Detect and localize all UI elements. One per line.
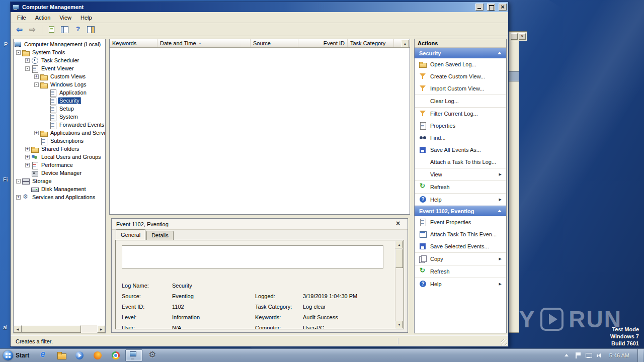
tree-item-storage[interactable]: -Storage bbox=[14, 177, 105, 185]
scroll-left-button[interactable]: ◀ bbox=[14, 325, 22, 333]
tree-item-disk-management[interactable]: +Disk Management bbox=[14, 185, 105, 193]
menu-file[interactable]: File bbox=[13, 13, 31, 22]
forward-button[interactable]: ⇨ bbox=[27, 24, 38, 35]
tree-item-security[interactable]: +Security bbox=[14, 97, 105, 105]
action-help[interactable]: Help▶ bbox=[415, 278, 506, 290]
scrollbar-track[interactable] bbox=[81, 325, 97, 333]
show-console-tree-button[interactable] bbox=[59, 24, 70, 35]
tree-item-system-tools[interactable]: -System Tools bbox=[14, 48, 105, 56]
tree-item-applications-and-servi[interactable]: +Applications and Servi bbox=[14, 129, 105, 137]
collapse-chevron-icon[interactable] bbox=[498, 210, 502, 212]
tree-item-local-users-and-groups[interactable]: +Local Users and Groups bbox=[14, 153, 105, 161]
collapse-minus-icon[interactable]: - bbox=[16, 50, 21, 55]
tree-horizontal-scrollbar[interactable]: ◀ ▶ bbox=[14, 325, 105, 333]
title-bar[interactable]: Computer Management bbox=[11, 2, 508, 12]
collapse-chevron-icon[interactable] bbox=[498, 52, 502, 54]
network-icon[interactable] bbox=[585, 352, 592, 359]
taskbar-gear-app[interactable] bbox=[143, 349, 160, 361]
action-properties[interactable]: Properties bbox=[415, 120, 506, 132]
background-window-close-button[interactable]: × bbox=[519, 33, 526, 40]
menu-view[interactable]: View bbox=[55, 13, 76, 22]
column-header-event-id[interactable]: Event ID bbox=[298, 39, 348, 47]
tree-item-computer-management-local[interactable]: Computer Management (Local) bbox=[14, 40, 105, 48]
action-view[interactable]: View▶ bbox=[415, 168, 506, 180]
action-attach-task-to-this-even[interactable]: Attach Task To This Even... bbox=[415, 228, 506, 240]
close-button[interactable] bbox=[499, 4, 507, 11]
tree-item-custom-views[interactable]: +Custom Views bbox=[14, 72, 105, 80]
action-save-selected-events[interactable]: Save Selected Events... bbox=[415, 240, 506, 252]
action-center-icon[interactable] bbox=[574, 352, 581, 359]
column-header-keywords[interactable]: Keywords bbox=[110, 39, 157, 47]
scrollbar-thumb[interactable] bbox=[395, 249, 403, 268]
taskbar-firefox[interactable] bbox=[89, 349, 106, 361]
action-create-custom-view[interactable]: Create Custom View... bbox=[415, 70, 506, 82]
action-group-event-1102-eventlog[interactable]: Event 1102, Eventlog bbox=[415, 206, 506, 216]
start-button[interactable]: Start bbox=[0, 349, 34, 362]
volume-icon[interactable] bbox=[596, 352, 603, 359]
taskbar-internet-explorer[interactable] bbox=[35, 349, 52, 361]
tree-item-event-viewer[interactable]: -Event Viewer bbox=[14, 64, 105, 72]
tree-item-performance[interactable]: +Performance bbox=[14, 161, 105, 169]
action-save-all-events-as[interactable]: Save All Events As... bbox=[415, 144, 506, 156]
taskbar-media-player[interactable] bbox=[71, 349, 88, 361]
tree-item-task-scheduler[interactable]: +Task Scheduler bbox=[14, 56, 105, 64]
column-header-source[interactable]: Source bbox=[251, 39, 298, 47]
expand-plus-icon[interactable]: + bbox=[25, 155, 30, 159]
expand-plus-icon[interactable]: + bbox=[16, 195, 21, 200]
help-toolbar-button[interactable] bbox=[72, 24, 84, 35]
tree-item-subscriptions[interactable]: +Subscriptions bbox=[14, 137, 105, 145]
hidden-icons-icon[interactable] bbox=[563, 352, 570, 359]
tree-item-setup[interactable]: +Setup bbox=[14, 105, 105, 113]
action-refresh[interactable]: Refresh bbox=[415, 265, 506, 278]
expand-plus-icon[interactable]: + bbox=[34, 74, 39, 79]
action-help[interactable]: Help▶ bbox=[415, 194, 506, 206]
action-open-saved-log[interactable]: Open Saved Log... bbox=[415, 58, 506, 70]
tree-item-device-manager[interactable]: +Device Manager bbox=[14, 169, 105, 177]
column-header-date-and-time[interactable]: Date and Time▲ bbox=[157, 39, 251, 47]
show-desktop-button[interactable] bbox=[637, 349, 643, 362]
tree-item-windows-logs[interactable]: -Windows Logs bbox=[14, 80, 105, 88]
taskbar-chrome[interactable] bbox=[107, 349, 124, 361]
background-window-maximize-button[interactable] bbox=[511, 33, 518, 40]
tree-item-shared-folders[interactable]: +Shared Folders bbox=[14, 145, 105, 153]
action-clear-log[interactable]: Clear Log... bbox=[415, 95, 506, 107]
expand-plus-icon[interactable]: + bbox=[25, 163, 30, 167]
tab-details[interactable]: Details bbox=[146, 231, 174, 240]
show-action-pane-button[interactable] bbox=[85, 24, 97, 35]
preview-close-icon[interactable] bbox=[395, 220, 403, 228]
menu-action[interactable]: Action bbox=[31, 13, 55, 22]
expand-plus-icon[interactable]: + bbox=[25, 147, 30, 151]
maximize-button[interactable] bbox=[487, 4, 495, 11]
action-refresh[interactable]: Refresh bbox=[415, 181, 506, 193]
tree-item-services-and-applications[interactable]: +Services and Applications bbox=[14, 193, 105, 201]
expand-plus-icon[interactable]: + bbox=[25, 58, 30, 63]
action-filter-current-log[interactable]: Filter Current Log... bbox=[415, 108, 506, 120]
taskbar-windows-explorer[interactable] bbox=[53, 349, 70, 361]
resize-grip[interactable] bbox=[501, 339, 507, 345]
action-attach-a-task-to-this-log[interactable]: Attach a Task To this Log... bbox=[415, 156, 506, 168]
back-button[interactable]: ⇦ bbox=[14, 24, 25, 35]
tree-item-application[interactable]: +Application bbox=[14, 88, 105, 97]
scroll-up-button[interactable]: ▲ bbox=[395, 241, 403, 248]
action-group-security[interactable]: Security bbox=[415, 48, 506, 58]
collapse-minus-icon[interactable]: - bbox=[34, 82, 39, 87]
scroll-down-button[interactable]: ▼ bbox=[395, 321, 403, 328]
scrollbar-thumb[interactable] bbox=[22, 325, 81, 333]
column-header-task-category[interactable]: Task Category bbox=[348, 39, 394, 47]
collapse-minus-icon[interactable]: - bbox=[16, 179, 21, 184]
action-copy[interactable]: Copy▶ bbox=[415, 253, 506, 265]
export-list-button[interactable] bbox=[46, 24, 57, 35]
tree-item-system[interactable]: +System bbox=[14, 113, 105, 121]
tree-item-forwarded-events[interactable]: +Forwarded Events bbox=[14, 121, 105, 129]
action-find[interactable]: Find... bbox=[415, 132, 506, 144]
action-event-properties[interactable]: Event Properties bbox=[415, 216, 506, 228]
preview-scrollbar[interactable]: ▲ ▼ bbox=[395, 241, 403, 328]
menu-help[interactable]: Help bbox=[76, 13, 97, 22]
expand-plus-icon[interactable]: + bbox=[34, 131, 39, 135]
list-scroll-up-button[interactable]: ▲ bbox=[401, 40, 409, 47]
minimize-button[interactable] bbox=[475, 4, 484, 11]
scroll-right-button[interactable]: ▶ bbox=[97, 325, 105, 333]
taskbar-clock[interactable]: 5:46 AM bbox=[607, 352, 633, 358]
collapse-minus-icon[interactable]: - bbox=[25, 66, 30, 71]
action-import-custom-view[interactable]: Import Custom View... bbox=[415, 82, 506, 95]
